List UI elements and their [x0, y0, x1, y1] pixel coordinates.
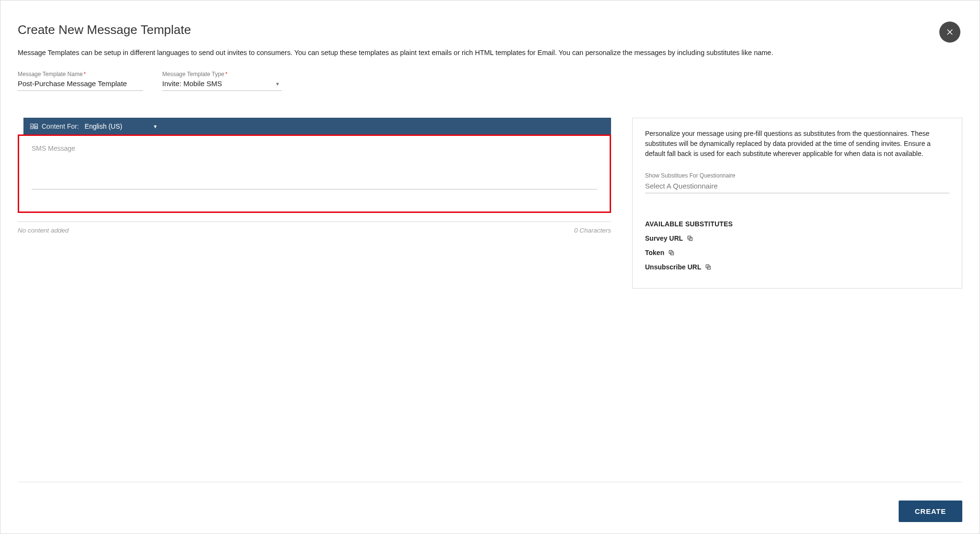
template-type-label: Message Template Type* [162, 71, 282, 78]
page-title: Create New Message Template [18, 22, 962, 37]
substitute-survey-url[interactable]: Survey URL [645, 234, 949, 242]
show-substitutes-label: Show Substitues For Questionnaire [645, 172, 949, 179]
content-language-bar[interactable]: A あ Content For: English (US) ▼ [23, 118, 611, 135]
questionnaire-select-wrap[interactable] [645, 181, 949, 193]
copy-icon [705, 264, 712, 270]
questionnaire-select[interactable] [645, 181, 949, 193]
dialog-frame: Create New Message Template Message Temp… [0, 0, 980, 534]
template-name-label: Message Template Name* [18, 71, 143, 78]
language-icon: A あ [30, 123, 38, 129]
substitutes-list: Survey URL Token Unsubscribe URL [645, 234, 949, 271]
substitute-unsubscribe-url[interactable]: Unsubscribe URL [645, 263, 949, 271]
content-for-label: Content For: [42, 122, 79, 130]
available-substitutes-heading: AVAILABLE SUBSTITUTES [645, 220, 949, 228]
substitute-label: Token [645, 249, 664, 256]
sms-status-bar: No content added 0 Characters [18, 222, 611, 234]
template-name-label-text: Message Template Name [18, 71, 83, 78]
sms-message-box [18, 134, 611, 213]
chevron-down-icon: ▼ [153, 124, 157, 129]
footer-divider [18, 482, 962, 482]
substitute-label: Survey URL [645, 234, 683, 242]
left-column: A あ Content For: English (US) ▼ No conte… [18, 118, 611, 234]
required-asterisk: * [84, 71, 86, 78]
substitutes-panel: Personalize your message using pre-fill … [632, 118, 962, 289]
copy-icon [668, 249, 675, 256]
no-content-text: No content added [18, 227, 69, 234]
template-type-field: Message Template Type* ▼ [162, 71, 282, 91]
main-columns: A あ Content For: English (US) ▼ No conte… [18, 118, 962, 289]
sms-message-textarea[interactable] [32, 144, 597, 189]
inputs-row: Message Template Name* Message Template … [18, 71, 962, 91]
template-type-select[interactable] [162, 78, 282, 91]
substitutes-description: Personalize your message using pre-fill … [645, 129, 949, 159]
svg-text:A: A [31, 125, 33, 128]
content-language-value: English (US) [85, 122, 122, 130]
svg-text:あ: あ [34, 125, 38, 129]
create-button[interactable]: CREATE [899, 501, 962, 522]
right-column: Personalize your message using pre-fill … [632, 118, 962, 289]
dialog-footer: CREATE [18, 482, 962, 522]
substitute-token[interactable]: Token [645, 249, 949, 256]
required-asterisk: * [225, 71, 228, 78]
template-type-label-text: Message Template Type [162, 71, 224, 78]
template-type-select-wrap[interactable]: ▼ [162, 78, 282, 91]
template-name-input[interactable] [18, 78, 143, 91]
close-button[interactable] [939, 22, 960, 43]
substitute-label: Unsubscribe URL [645, 263, 701, 271]
character-count: 0 Characters [574, 227, 611, 234]
close-icon [946, 28, 954, 36]
page-subtitle: Message Templates can be setup in differ… [18, 48, 962, 57]
template-name-field: Message Template Name* [18, 71, 143, 91]
copy-icon [687, 235, 693, 242]
